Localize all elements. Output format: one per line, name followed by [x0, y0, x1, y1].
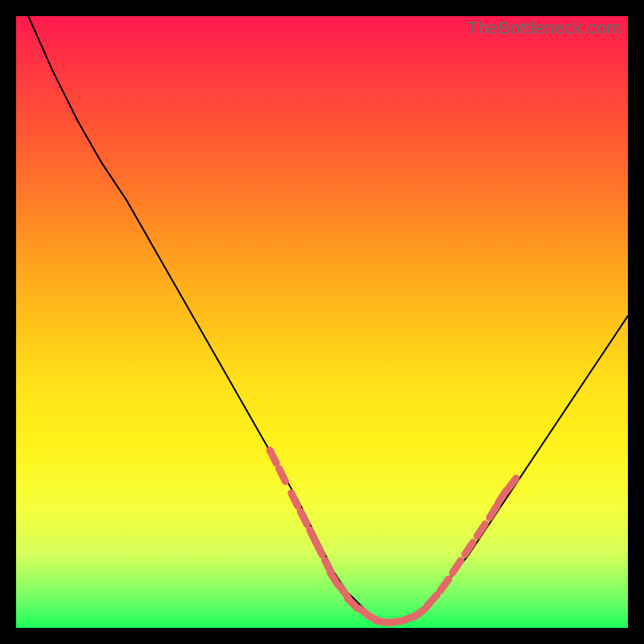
- highlight-dash: [279, 469, 286, 481]
- chart-frame: TheBottleneck.com: [0, 0, 644, 644]
- highlight-dash: [452, 561, 460, 573]
- highlight-dash: [464, 543, 473, 555]
- highlight-dash: [270, 450, 276, 463]
- highlight-dash: [440, 580, 449, 592]
- highlight-dash: [427, 595, 437, 605]
- highlight-dash: [507, 478, 516, 489]
- chart-svg: [16, 16, 628, 628]
- highlight-dash: [300, 511, 307, 524]
- chart-plot-area: TheBottleneck.com: [16, 16, 628, 628]
- highlight-dash: [291, 493, 298, 506]
- highlight-dash: [316, 542, 322, 555]
- highlight-dash: [477, 524, 485, 536]
- curve-line: [28, 16, 628, 621]
- highlight-dash: [414, 609, 425, 617]
- highlight-dash: [489, 506, 497, 518]
